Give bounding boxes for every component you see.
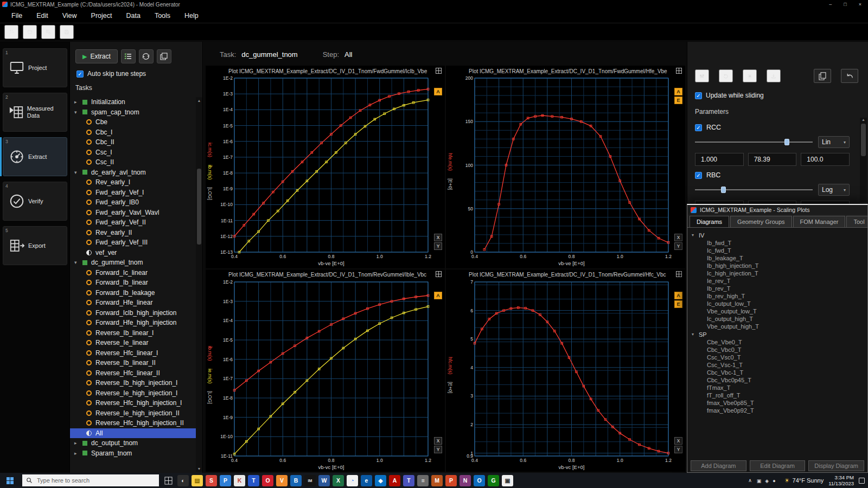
task-item[interactable]: Rev_early_I [70,177,196,188]
taskbar-app-icon-edge[interactable]: e [361,475,372,486]
parameter-current-value[interactable]: 78.39 [748,153,797,166]
weather-status[interactable]: ☀ 74°F Sunny [784,477,824,484]
save-icon[interactable] [60,25,74,39]
scroll-up-icon[interactable]: ▲ [861,118,865,121]
task-group[interactable]: ▸dc_output_tnom [70,438,196,448]
tab-geometry-groups[interactable]: Geometry Groups [730,216,792,227]
diagram-item[interactable]: Ib_high_injection_T [692,262,867,269]
scrollbar-thumb[interactable] [197,169,201,245]
scroll-down-icon[interactable]: ▼ [197,465,201,472]
task-list-options-icon[interactable] [121,49,136,63]
taskbar-app-icon-app-light[interactable]: K [234,475,245,486]
taskbar-app-icon-app-orange[interactable]: V [276,475,288,486]
tab-tool[interactable]: Tool [846,216,867,227]
diagram-item[interactable]: Csc_Vsc0_T [692,354,867,361]
plot-x-axis-button[interactable]: X [434,437,442,445]
undo-icon[interactable] [841,69,858,83]
task-item[interactable]: Reverse_Hfc_high_injection_I [70,398,196,408]
expand-icon[interactable]: ▸ [74,440,82,446]
add-diagram-button[interactable]: Add Diagram [691,460,746,471]
task-item[interactable]: Reverse_Hfc_linear_II [70,368,196,378]
workflow-step-verify[interactable]: 4Verify [3,182,67,221]
start-button[interactable] [0,473,20,488]
menu-help[interactable]: Help [177,10,206,22]
diagram-item[interactable]: Cbc_Vbc-1_T [692,369,867,376]
plot-y-axis-button[interactable]: Y [434,242,442,250]
taskbar-app-icon-teams[interactable]: T [403,475,414,486]
store-parameters-icon[interactable] [767,69,781,82]
wizard-icon[interactable] [4,25,18,39]
task-item[interactable]: Reverse_Ie_high_injection_II [70,408,196,419]
plot-x-axis-button[interactable]: X [674,437,682,445]
plot-y-axis-button[interactable]: Y [674,446,682,453]
menu-view[interactable]: View [55,10,84,22]
task-item[interactable]: vef_ver [70,248,196,258]
tune-step-icon[interactable] [743,69,757,82]
task-item[interactable]: Forward_Hfe_linear [70,298,196,308]
slider-handle[interactable] [784,139,789,145]
task-item[interactable]: Forward_Iclb_high_injection [70,308,196,318]
task-item[interactable]: Cbc_II [70,137,196,147]
task-item[interactable]: Csc_II [70,157,196,168]
taskbar-app-icon-app-white[interactable]: ▣ [502,475,513,486]
diagram-item[interactable]: fT_roll_off_T [692,391,867,399]
task-view-icon[interactable] [162,474,175,487]
tab-fom-manager[interactable]: FOM Manager [793,216,846,227]
taskbar-app-icon-app-blue-3[interactable]: B [290,475,302,486]
collapse-icon[interactable]: ▾ [74,110,82,115]
refresh-icon[interactable] [139,49,154,63]
diagram-item[interactable]: fmax_Vbe0p92_T [692,407,867,414]
diagram-item[interactable]: Vbe_output_low_T [692,307,867,315]
collapse-icon[interactable]: ▾ [692,233,699,237]
scroll-up-icon[interactable]: ▲ [197,97,201,104]
taskbar-app-icon-powerpoint[interactable]: P [445,475,457,486]
extract-button[interactable]: ▶ Extract [75,49,118,63]
taskbar-app-icon-im-app[interactable]: IM [304,475,316,486]
parameter-slider[interactable] [695,186,813,194]
task-item[interactable]: Fwd_early_IB0 [70,197,196,208]
update-while-sliding-checkbox[interactable]: ✓ Update while sliding [695,92,764,99]
task-item[interactable]: Forward_Ib_linear [70,278,196,288]
diagram-item[interactable]: Ic_output_low_T [692,300,867,307]
task-group[interactable]: ▾dc_gummel_tnom [70,258,196,268]
parameter-max-value[interactable]: 100.0 [801,153,850,166]
task-group[interactable]: ▸Sparam_tnom [70,448,196,459]
search-input[interactable] [36,477,155,484]
diagram-item[interactable]: Ib_rev_T [692,285,867,292]
taskbar-app-icon-cortana[interactable]: ◐ [177,475,189,486]
task-group[interactable]: ▸Initialization [70,97,196,107]
tray-expand-icon[interactable]: ∧ [748,478,752,483]
minimize-button[interactable]: – [829,2,832,7]
taskbar-app-icon-onenote[interactable]: N [459,475,471,486]
diagram-item[interactable]: fmax_Vbe0p85_T [692,399,867,407]
diagram-item[interactable]: Cbc_Vbc0_T [692,346,867,354]
plot-y-axis-button[interactable]: Y [674,242,682,250]
search-box[interactable] [22,474,159,486]
parameters-scrollbar[interactable]: ▲ [860,118,867,202]
task-item[interactable]: Fwd_early_Vef_I [70,188,196,198]
plot-table-icon[interactable] [676,68,682,75]
taskbar-app-icon-word[interactable]: W [318,475,330,486]
taskbar-app-icon-app-red[interactable]: S [206,475,217,486]
diagram-item[interactable]: Ib_rev_high_T [692,292,867,300]
plot-a-button[interactable]: A [674,292,682,299]
taskbar-app-icon-outlook[interactable]: O [474,475,485,486]
plot-a-button[interactable]: A [434,292,442,299]
task-item[interactable]: Cbe [70,117,196,127]
close-button[interactable]: × [859,2,861,7]
taskbar-app-icon-acrobat[interactable]: A [389,475,400,486]
plot-e-button[interactable]: E [674,300,682,308]
plot-y-axis-button[interactable]: Y [434,446,442,453]
tray-icon[interactable]: ▣ [757,478,762,484]
workflow-step-export[interactable]: 5Export [3,226,67,265]
notification-icon[interactable] [859,478,865,484]
taskbar-app-icon-app-blue-1[interactable]: P [220,475,231,486]
scale-dropdown[interactable]: Lin▾ [818,136,850,148]
clock[interactable]: 3:34 PM 11/13/2023 [828,474,854,487]
task-item[interactable]: Csc_I [70,147,196,158]
reset-parameters-icon[interactable] [719,69,733,82]
task-item[interactable]: Fwd_early_Vef_III [70,237,196,248]
diagram-item[interactable]: fTmax_T [692,384,867,391]
menu-tools[interactable]: Tools [148,10,177,22]
collapse-icon[interactable]: ▾ [692,332,699,337]
